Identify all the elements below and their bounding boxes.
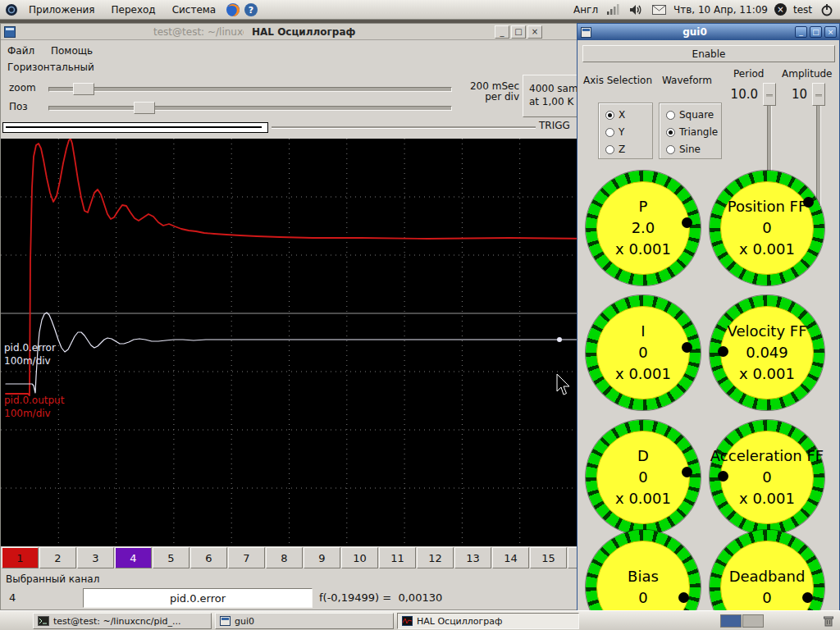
knob-d[interactable]: D 0 x 0.001 — [586, 420, 701, 535]
knob-indicator-dot — [718, 346, 728, 357]
scope-menubar: Файл Помощь — [1, 43, 99, 58]
taskbar-item-terminal[interactable]: test@test: ~/linuxcnc/pid_... — [33, 613, 212, 629]
position-label: Поз — [9, 101, 28, 112]
enable-button[interactable]: Enable — [582, 45, 835, 62]
record-progress-line — [6, 126, 262, 128]
radio-dot — [605, 128, 614, 137]
gui0-maximize-button[interactable]: □ — [810, 26, 822, 38]
radio-dot — [605, 111, 614, 120]
radio-waveform-triangle[interactable]: Triangle — [666, 126, 718, 138]
knob-i[interactable]: I 0 x 0.001 — [586, 295, 701, 410]
channel-button-11[interactable]: 11 — [379, 547, 416, 568]
position-slider-handle[interactable] — [134, 102, 155, 114]
knob-value: 0.049 — [746, 342, 788, 363]
waveform-box: Square Triangle Sine — [659, 103, 722, 159]
time-per-div: 200 mSec per div — [450, 81, 519, 103]
taskbar-item-gui0[interactable]: gui0 — [215, 613, 394, 629]
amplitude-slider[interactable] — [812, 83, 825, 206]
error-trace-name: pid.0.error — [4, 342, 56, 354]
knob-bias[interactable]: Bias 0 — [586, 530, 701, 610]
trash-icon[interactable] — [822, 614, 835, 630]
channel-button-4[interactable]: 4 — [115, 547, 152, 568]
knob-indicator-dot — [682, 342, 692, 353]
workspace-1[interactable] — [720, 614, 742, 628]
gui0-minimize-button[interactable]: _ — [795, 26, 807, 38]
zoom-slider[interactable] — [48, 87, 452, 92]
channel-button-10[interactable]: 10 — [341, 547, 378, 568]
help-icon[interactable]: ? — [243, 2, 259, 18]
channel-button-13[interactable]: 13 — [454, 547, 491, 568]
radio-waveform-sine[interactable]: Sine — [666, 144, 701, 155]
knob-name: Velocity FF — [727, 321, 806, 342]
knob-indicator-dot — [682, 467, 692, 477]
knob-value: 0 — [638, 467, 647, 488]
knob-value: 0 — [762, 217, 771, 239]
period-value: 10.0 — [717, 87, 758, 102]
channel-button-15[interactable]: 15 — [530, 547, 567, 568]
record-groove — [272, 126, 536, 129]
knob-p[interactable]: P 2.0 x 0.001 — [586, 171, 701, 285]
taskbar-item-halscope[interactable]: HAL Осциллограф — [397, 613, 579, 629]
gui0-close-button[interactable]: × — [824, 26, 837, 38]
window-icon — [4, 26, 16, 40]
zoom-slider-handle[interactable] — [73, 83, 94, 95]
radio-waveform-square[interactable]: Square — [666, 109, 714, 121]
gui0-window: gui0 _ □ × Enable Axis Selection Wavefor… — [577, 23, 840, 611]
firefox-icon[interactable] — [225, 2, 241, 18]
menu-help[interactable]: Помощь — [44, 43, 99, 58]
knob-name: D — [637, 445, 649, 467]
knob-deadband[interactable]: Deadband 0 — [710, 530, 824, 610]
gui0-title: gui0 — [595, 26, 795, 38]
channel-button-3[interactable]: 3 — [77, 547, 114, 568]
knob-name: Bias — [628, 566, 659, 587]
knob-acceleration-ff[interactable]: Acceleration FF 0 x 0.001 — [710, 420, 824, 535]
user-name[interactable]: test — [793, 4, 812, 16]
knob-name: P — [639, 196, 648, 217]
channel-button-6[interactable]: 6 — [190, 547, 227, 568]
channel-button-8[interactable]: 8 — [266, 547, 303, 568]
menu-system[interactable]: Система — [165, 2, 224, 18]
mail-icon[interactable] — [651, 2, 667, 18]
knob-velocity-ff[interactable]: Velocity FF 0.049 x 0.001 — [710, 295, 824, 410]
radio-axis-z[interactable]: Z — [605, 144, 625, 155]
radio-axis-y[interactable]: Y — [605, 126, 624, 138]
channel-source-entry[interactable]: pid.0.error — [83, 588, 313, 608]
channel-button-12[interactable]: 12 — [417, 547, 454, 568]
user-switcher-icon[interactable]: × — [774, 3, 787, 16]
position-slider[interactable] — [48, 106, 452, 111]
maximize-button[interactable]: □ — [511, 25, 526, 39]
knob-position-ff[interactable]: Position FF 0 x 0.001 — [710, 171, 824, 285]
knob-value: 0 — [638, 342, 647, 363]
gui0-titlebar[interactable]: gui0 _ □ × — [578, 24, 839, 40]
menu-places[interactable]: Переход — [104, 2, 163, 18]
menu-applications[interactable]: Приложения — [21, 2, 103, 18]
channel-button-1[interactable]: 1 — [2, 547, 39, 568]
main-menu-icon[interactable] — [3, 2, 20, 18]
clock[interactable]: Чтв, 10 Апр, 11:09 — [673, 4, 768, 16]
keyboard-layout-indicator[interactable]: Англ — [573, 4, 598, 16]
knob-value: 2.0 — [632, 217, 655, 239]
volume-icon[interactable] — [628, 2, 644, 18]
close-button[interactable]: × — [527, 25, 542, 39]
time-per-div-unit: per div — [450, 92, 519, 103]
zoom-label: zoom — [9, 82, 36, 94]
scope-titlebar[interactable]: test@test: ~/linuxcnc/pid_tunin HAL Осци… — [1, 24, 578, 40]
record-position-bar[interactable] — [2, 122, 268, 133]
power-icon[interactable] — [819, 2, 835, 18]
amplitude-slider-handle[interactable] — [812, 83, 825, 106]
error-trace-scale: 100m/div — [4, 355, 51, 367]
period-slider-handle[interactable] — [763, 83, 776, 106]
minimize-button[interactable]: _ — [495, 25, 509, 39]
network-signal-icon[interactable] — [605, 2, 621, 18]
waveform-label: Waveform — [662, 75, 712, 86]
channel-button-7[interactable]: 7 — [228, 547, 265, 568]
radio-axis-x[interactable]: X — [605, 109, 625, 121]
channel-button-14[interactable]: 14 — [492, 547, 529, 568]
knob-scale: x 0.001 — [739, 488, 795, 509]
menu-file[interactable]: Файл — [1, 43, 41, 58]
channel-button-2[interactable]: 2 — [39, 547, 76, 568]
channel-button-5[interactable]: 5 — [153, 547, 189, 568]
workspace-2[interactable] — [742, 614, 764, 628]
svg-text:?: ? — [249, 5, 253, 16]
channel-button-9[interactable]: 9 — [304, 547, 340, 568]
